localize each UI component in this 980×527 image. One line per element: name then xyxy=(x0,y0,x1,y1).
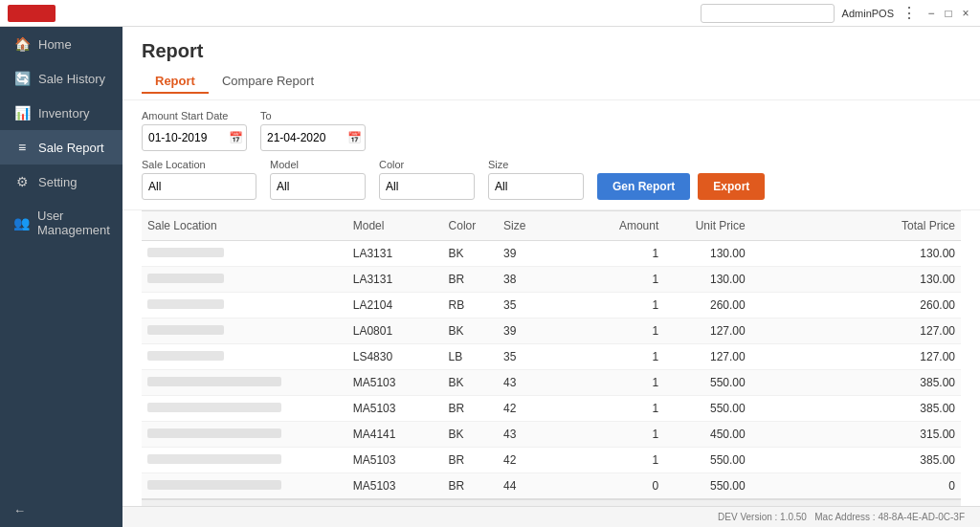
dev-version: DEV Version : 1.0.50 xyxy=(718,512,807,522)
summary-total: All Total Price : 15,071.00 xyxy=(751,499,961,506)
title-bar: AdminPOS ⋮ − □ × xyxy=(0,0,980,27)
close-button[interactable]: × xyxy=(959,7,972,20)
status-bar: DEV Version : 1.0.50 Mac Address : 48-8A… xyxy=(122,506,980,527)
tab-report[interactable]: Report xyxy=(142,70,209,94)
cell-location xyxy=(142,344,347,370)
cell-location xyxy=(142,241,347,267)
table-row: MA4141 BK 43 1 450.00 315.00 xyxy=(142,422,961,448)
cell-total-price: 385.00 xyxy=(751,448,961,473)
cell-amount: 1 xyxy=(546,370,664,396)
cell-total-price: 260.00 xyxy=(751,293,961,318)
col-sale-location: Sale Location xyxy=(142,211,347,241)
minimize-button[interactable]: − xyxy=(924,7,938,20)
cell-total-price: 127.00 xyxy=(751,318,961,344)
blurred-location xyxy=(147,480,281,490)
cell-model: LA0801 xyxy=(347,318,443,344)
table-row: LA0801 BK 39 1 127.00 127.00 xyxy=(142,318,961,344)
col-color: Color xyxy=(443,211,498,241)
cell-location xyxy=(142,370,347,396)
report-table: Sale Location Model Color Size Amount Un… xyxy=(142,210,961,506)
sidebar: 🏠 Home 🔄 Sale History 📊 Inventory ≡ Sale… xyxy=(0,27,122,527)
sidebar-back[interactable]: ← xyxy=(0,494,122,527)
sidebar-label-sale-history: Sale History xyxy=(38,72,105,86)
table-body: LA3131 BK 39 1 130.00 130.00 LA3131 BR 3… xyxy=(142,241,961,500)
cell-unit-price: 260.00 xyxy=(664,293,750,318)
filter-group-model: Model All xyxy=(270,159,366,200)
summary-location: Location : 5 xyxy=(142,499,347,506)
cell-size: 44 xyxy=(498,473,546,500)
filter-row: Amount Start Date 📅 To 📅 xyxy=(142,110,961,151)
mac-address: Mac Address : 48-8A-4E-AD-0C-3F xyxy=(814,512,965,522)
content-area: Report Report Compare Report Amount Star… xyxy=(122,27,980,527)
cell-model: MA5103 xyxy=(347,396,443,422)
table-row: LA2104 RB 35 1 260.00 260.00 xyxy=(142,293,961,318)
col-total-price: Total Price xyxy=(751,211,961,241)
maximize-button[interactable]: □ xyxy=(942,7,955,20)
cell-size: 39 xyxy=(498,241,546,267)
col-size: Size xyxy=(498,211,546,241)
cell-location xyxy=(142,473,347,500)
cell-model: LA3131 xyxy=(347,267,443,293)
end-date-wrapper: 📅 xyxy=(260,124,366,151)
calendar-icon-end: 📅 xyxy=(347,131,362,144)
cell-unit-price: 550.00 xyxy=(664,448,750,473)
summary-row: Location : 5 Model : 17 Amount : 124 All… xyxy=(142,499,961,506)
home-icon: 🏠 xyxy=(13,36,31,52)
cell-model: LS4830 xyxy=(347,344,443,370)
cell-size: 35 xyxy=(498,293,546,318)
filter-group-sale-location: Sale Location All xyxy=(142,159,256,200)
cell-amount: 1 xyxy=(546,422,664,448)
filters-section: Amount Start Date 📅 To 📅 xyxy=(122,100,980,210)
cell-total-price: 130.00 xyxy=(751,241,961,267)
back-icon: ← xyxy=(13,503,26,517)
cell-size: 42 xyxy=(498,396,546,422)
sale-location-select[interactable]: All xyxy=(142,173,256,200)
table-row: MA5103 BR 42 1 550.00 385.00 xyxy=(142,448,961,473)
color-select[interactable]: All xyxy=(379,173,475,200)
cell-total-price: 127.00 xyxy=(751,344,961,370)
user-management-icon: 👥 xyxy=(13,215,30,231)
table-row: MA5103 BR 44 0 550.00 0 xyxy=(142,473,961,500)
cell-unit-price: 130.00 xyxy=(664,267,750,293)
blurred-location xyxy=(147,403,281,412)
filter-group-end-date: To 📅 xyxy=(260,110,366,151)
sidebar-item-home[interactable]: 🏠 Home xyxy=(0,27,122,61)
sidebar-label-setting: Setting xyxy=(38,175,77,189)
title-bar-left xyxy=(8,5,56,22)
sidebar-item-user-management[interactable]: 👥 User Management xyxy=(0,199,122,247)
export-button[interactable]: Export xyxy=(698,173,765,200)
action-buttons: Gen Report Export xyxy=(597,173,765,200)
setting-icon: ⚙ xyxy=(13,174,31,189)
store-select[interactable] xyxy=(701,4,835,23)
table-header-row: Sale Location Model Color Size Amount Un… xyxy=(142,211,961,241)
tab-compare-report[interactable]: Compare Report xyxy=(209,70,327,94)
gen-report-button[interactable]: Gen Report xyxy=(597,173,690,200)
col-amount: Amount xyxy=(546,211,664,241)
model-select[interactable]: All xyxy=(270,173,366,200)
blurred-location xyxy=(147,377,281,386)
size-select[interactable]: All xyxy=(488,173,584,200)
table-row: LA3131 BR 38 1 130.00 130.00 xyxy=(142,267,961,293)
cell-amount: 0 xyxy=(546,473,664,500)
size-label: Size xyxy=(488,159,584,170)
sidebar-item-sale-history[interactable]: 🔄 Sale History xyxy=(0,61,122,96)
sidebar-item-inventory[interactable]: 📊 Inventory xyxy=(0,96,122,130)
cell-color: BR xyxy=(443,448,498,473)
cell-total-price: 315.00 xyxy=(751,422,961,448)
cell-color: BK xyxy=(443,318,498,344)
sidebar-item-sale-report[interactable]: ≡ Sale Report xyxy=(0,130,122,165)
cell-location xyxy=(142,318,347,344)
start-date-wrapper: 📅 xyxy=(142,124,247,151)
cell-unit-price: 550.00 xyxy=(664,473,750,500)
summary-unit xyxy=(664,499,750,506)
sidebar-item-setting[interactable]: ⚙ Setting xyxy=(0,165,122,199)
more-options-icon[interactable]: ⋮ xyxy=(902,4,917,22)
tabs: Report Compare Report xyxy=(142,70,961,94)
cell-amount: 1 xyxy=(546,267,664,293)
table-row: LA3131 BK 39 1 130.00 130.00 xyxy=(142,241,961,267)
cell-size: 42 xyxy=(498,448,546,473)
sale-location-label: Sale Location xyxy=(142,159,256,170)
cell-total-price: 0 xyxy=(751,473,961,500)
cell-total-price: 385.00 xyxy=(751,370,961,396)
table-wrapper: Sale Location Model Color Size Amount Un… xyxy=(122,210,980,506)
